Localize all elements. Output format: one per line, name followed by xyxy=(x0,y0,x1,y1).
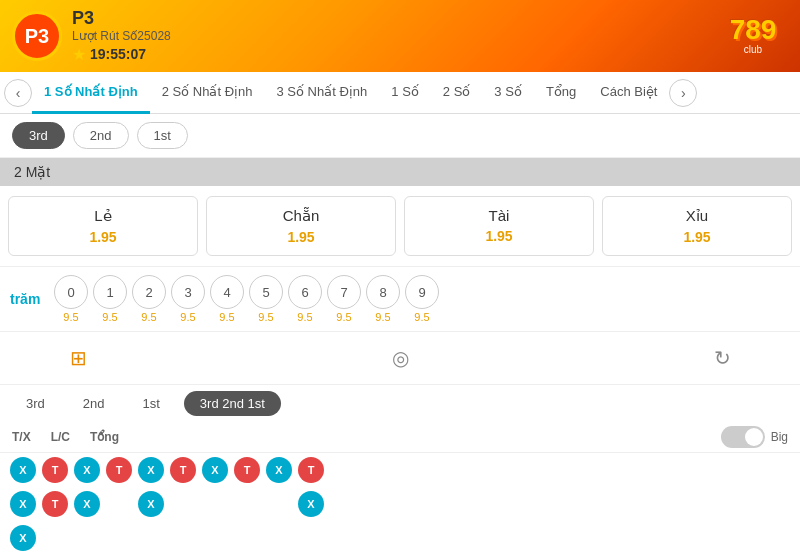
nav-left-arrow[interactable]: ‹ xyxy=(4,79,32,107)
tab-3-so-nhat-dinh[interactable]: 3 Số Nhất Định xyxy=(265,72,380,114)
tram-circle-8[interactable]: 8 xyxy=(366,275,400,309)
bet-chan-odds: 1.95 xyxy=(213,229,389,245)
game-title: P3 xyxy=(72,8,171,29)
cell-r1-2: T xyxy=(42,457,68,483)
tram-circle-1[interactable]: 1 xyxy=(93,275,127,309)
bottom-tabs-bar: 3rd 2nd 1st 3rd 2nd 1st xyxy=(0,384,800,422)
spinner-icon-button[interactable]: ◎ xyxy=(382,340,418,376)
section-label: 2 Mặt xyxy=(14,164,50,180)
cell-r3-1: X xyxy=(10,525,36,551)
cell-r1-1: X xyxy=(10,457,36,483)
col-tx: T/X xyxy=(12,430,31,444)
brand-number: 789 xyxy=(730,16,777,44)
cell-r2-7 xyxy=(202,491,228,517)
tram-label: trăm xyxy=(10,291,50,307)
tram-num-0[interactable]: 0 9.5 xyxy=(54,275,88,323)
toggle-knob xyxy=(745,428,763,446)
tram-circle-7[interactable]: 7 xyxy=(327,275,361,309)
tram-num-4[interactable]: 4 9.5 xyxy=(210,275,244,323)
tram-num-8[interactable]: 8 9.5 xyxy=(366,275,400,323)
bet-chan[interactable]: Chẵn 1.95 xyxy=(206,196,396,256)
col-tong: Tổng xyxy=(90,430,119,444)
brand-sub: club xyxy=(730,44,777,55)
grid-row-2: X T X X X xyxy=(0,487,800,521)
tab-2-so[interactable]: 2 Số xyxy=(431,72,483,114)
subtab-3rd[interactable]: 3rd xyxy=(12,122,65,149)
tram-circle-5[interactable]: 5 xyxy=(249,275,283,309)
cell-r2-3: X xyxy=(74,491,100,517)
subtab-2nd[interactable]: 2nd xyxy=(73,122,129,149)
tram-circle-6[interactable]: 6 xyxy=(288,275,322,309)
cell-r2-2: T xyxy=(42,491,68,517)
bet-xiu-odds: 1.95 xyxy=(609,229,785,245)
brand-logo: 789 club xyxy=(718,8,788,63)
tram-num-1[interactable]: 1 9.5 xyxy=(93,275,127,323)
bet-buttons-row: Lẻ 1.95 Chẵn 1.95 Tài 1.95 Xỉu 1.95 xyxy=(0,186,800,266)
cell-r2-10: X xyxy=(298,491,324,517)
btab-2nd[interactable]: 2nd xyxy=(69,391,119,416)
tram-num-9[interactable]: 9 9.5 xyxy=(405,275,439,323)
tram-odds-5: 9.5 xyxy=(258,311,273,323)
subtab-1st[interactable]: 1st xyxy=(137,122,188,149)
app-header: P3 P3 Lượt Rút Số25028 ★ 19:55:07 789 cl… xyxy=(0,0,800,72)
cell-r1-3: X xyxy=(74,457,100,483)
tab-1-so[interactable]: 1 Số xyxy=(379,72,431,114)
tab-cach-biet[interactable]: Cách Biệt xyxy=(588,72,669,114)
grid-row-1: X T X T X T X T X T xyxy=(0,453,800,487)
icon-row: ⊞ ◎ ↻ xyxy=(0,331,800,384)
tab-3-so[interactable]: 3 Số xyxy=(482,72,534,114)
btab-3rd-2nd-1st[interactable]: 3rd 2nd 1st xyxy=(184,391,281,416)
grid-icon-button[interactable]: ⊞ xyxy=(60,340,96,376)
tram-circle-4[interactable]: 4 xyxy=(210,275,244,309)
tram-odds-0: 9.5 xyxy=(63,311,78,323)
tab-1-so-nhat-dinh[interactable]: 1 Số Nhất Định xyxy=(32,72,150,114)
tram-circle-9[interactable]: 9 xyxy=(405,275,439,309)
round-subtitle: Lượt Rút Số25028 xyxy=(72,29,171,43)
bet-le[interactable]: Lẻ 1.95 xyxy=(8,196,198,256)
refresh-icon-button[interactable]: ↻ xyxy=(704,340,740,376)
bet-chan-label: Chẵn xyxy=(213,207,389,225)
toggle-big-label: Big xyxy=(771,430,788,444)
tram-circle-0[interactable]: 0 xyxy=(54,275,88,309)
nav-right-arrow[interactable]: › xyxy=(669,79,697,107)
bet-xiu-label: Xỉu xyxy=(609,207,785,225)
bet-tai[interactable]: Tài 1.95 xyxy=(404,196,594,256)
tram-odds-4: 9.5 xyxy=(219,311,234,323)
cell-r1-7: X xyxy=(202,457,228,483)
tab-2-so-nhat-dinh[interactable]: 2 Số Nhất Định xyxy=(150,72,265,114)
bet-tai-odds: 1.95 xyxy=(411,228,587,244)
tram-odds-3: 9.5 xyxy=(180,311,195,323)
big-toggle[interactable] xyxy=(721,426,765,448)
nav-tabs-bar: ‹ 1 Số Nhất Định 2 Số Nhất Định 3 Số Nhấ… xyxy=(0,72,800,114)
bet-tai-label: Tài xyxy=(411,207,587,224)
tram-odds-6: 9.5 xyxy=(297,311,312,323)
tram-numbers: 0 9.5 1 9.5 2 9.5 3 9.5 4 9.5 5 9.5 6 9.… xyxy=(54,275,439,323)
tram-num-3[interactable]: 3 9.5 xyxy=(171,275,205,323)
tram-circle-2[interactable]: 2 xyxy=(132,275,166,309)
cell-r2-5: X xyxy=(138,491,164,517)
tram-odds-2: 9.5 xyxy=(141,311,156,323)
tram-row: trăm 0 9.5 1 9.5 2 9.5 3 9.5 4 9.5 5 9.5… xyxy=(0,266,800,331)
tram-odds-8: 9.5 xyxy=(375,311,390,323)
cell-r1-5: X xyxy=(138,457,164,483)
col-lc: L/C xyxy=(51,430,70,444)
star-icon: ★ xyxy=(72,45,86,64)
logo-circle: P3 xyxy=(12,11,62,61)
tram-circle-3[interactable]: 3 xyxy=(171,275,205,309)
tram-num-7[interactable]: 7 9.5 xyxy=(327,275,361,323)
cell-r1-6: T xyxy=(170,457,196,483)
cell-r1-8: T xyxy=(234,457,260,483)
cell-r2-9 xyxy=(266,491,292,517)
history-header: T/X L/C Tổng Big xyxy=(0,422,800,453)
tram-num-5[interactable]: 5 9.5 xyxy=(249,275,283,323)
cell-r2-4 xyxy=(106,491,132,517)
tram-odds-9: 9.5 xyxy=(414,311,429,323)
btab-1st[interactable]: 1st xyxy=(129,391,174,416)
btab-3rd[interactable]: 3rd xyxy=(12,391,59,416)
history-section: T/X L/C Tổng Big X T X T X T X T X T X T… xyxy=(0,422,800,553)
tram-num-6[interactable]: 6 9.5 xyxy=(288,275,322,323)
tram-num-2[interactable]: 2 9.5 xyxy=(132,275,166,323)
tram-odds-7: 9.5 xyxy=(336,311,351,323)
tab-tong[interactable]: Tổng xyxy=(534,72,588,114)
bet-xiu[interactable]: Xỉu 1.95 xyxy=(602,196,792,256)
